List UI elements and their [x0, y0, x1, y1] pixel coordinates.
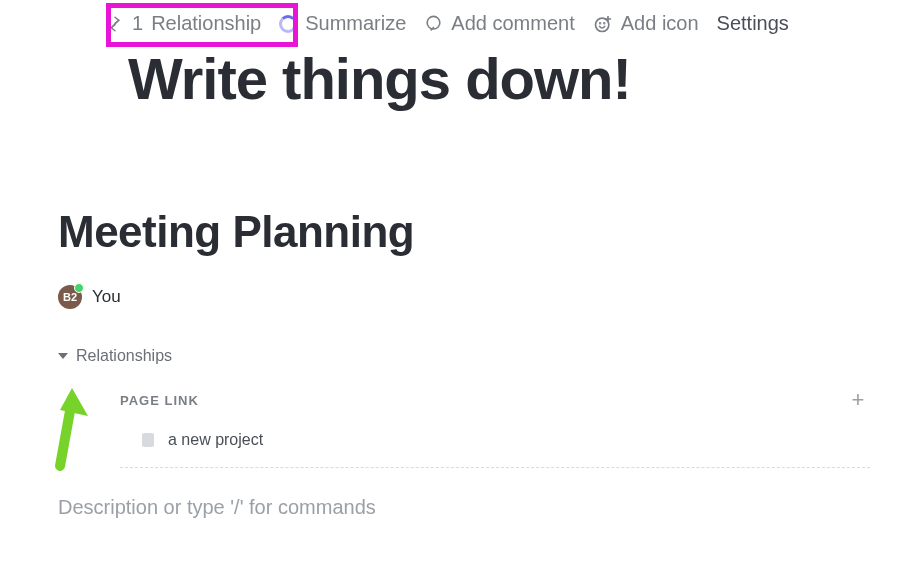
avatar[interactable]: B2: [58, 285, 82, 309]
divider: [120, 467, 870, 468]
svg-point-3: [599, 22, 600, 23]
document-icon: [142, 433, 154, 447]
description-input[interactable]: Description or type '/' for commands: [58, 496, 910, 519]
svg-point-4: [604, 22, 605, 23]
relationships-toggle[interactable]: Relationships: [58, 347, 910, 365]
summarize-button[interactable]: Summarize: [279, 12, 406, 35]
comment-icon: [424, 14, 443, 33]
summarize-label: Summarize: [305, 12, 406, 35]
emoji-plus-icon: [593, 14, 613, 34]
pagelink-item[interactable]: a new project: [142, 431, 870, 449]
relationship-label: Relationship: [151, 12, 261, 35]
caret-down-icon: [58, 353, 68, 359]
add-icon-label: Add icon: [621, 12, 699, 35]
page-toolbar: 1 Relationship Summarize Add comment Add…: [106, 0, 910, 35]
relationship-button[interactable]: 1 Relationship: [106, 12, 261, 35]
svg-point-2: [595, 18, 608, 31]
page-title[interactable]: Meeting Planning: [58, 207, 910, 257]
main-title: Write things down!: [128, 45, 910, 112]
settings-label: Settings: [717, 12, 789, 35]
page-body: Meeting Planning B2 You Relationships PA…: [58, 207, 910, 519]
settings-button[interactable]: Settings: [717, 12, 789, 35]
author-row: B2 You: [58, 285, 910, 309]
add-pagelink-button[interactable]: +: [846, 387, 870, 413]
author-name: You: [92, 287, 121, 307]
pagelink-header: PAGE LINK +: [120, 387, 870, 413]
relationships-label: Relationships: [76, 347, 172, 365]
add-comment-label: Add comment: [451, 12, 574, 35]
relationship-icon: [106, 15, 124, 33]
add-comment-button[interactable]: Add comment: [424, 12, 574, 35]
pagelink-block: PAGE LINK + a new project: [120, 387, 910, 449]
pagelink-item-label: a new project: [168, 431, 263, 449]
pagelink-header-label: PAGE LINK: [120, 393, 199, 408]
summarize-icon: [279, 15, 297, 33]
relationship-count: 1: [132, 12, 143, 35]
add-icon-button[interactable]: Add icon: [593, 12, 699, 35]
